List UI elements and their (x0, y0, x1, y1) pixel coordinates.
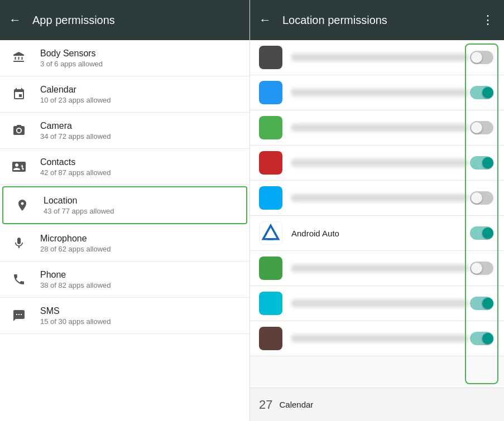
permission-text-0: Body Sensors 3 of 6 apps allowed (40, 49, 103, 68)
permission-text-6: Phone 38 of 82 apps allowed (40, 270, 111, 289)
permission-item-phone[interactable]: Phone 38 of 82 apps allowed (0, 262, 249, 298)
app-icon-0 (259, 46, 282, 69)
permission-count-0: 3 of 6 apps allowed (40, 60, 103, 68)
permission-text-3: Contacts 42 of 87 apps allowed (40, 157, 111, 177)
permission-text-7: SMS 15 of 30 apps allowed (40, 306, 111, 326)
app-item-2[interactable] (250, 110, 504, 146)
permission-name-1: Calendar (40, 85, 111, 95)
permission-item-microphone[interactable]: Microphone 28 of 62 apps allowed (0, 225, 249, 262)
app-icon-8 (259, 327, 282, 350)
more-options-button[interactable]: ⋮ (482, 13, 495, 27)
permission-item-body-sensors[interactable]: Body Sensors 3 of 6 apps allowed (0, 40, 249, 76)
right-header-title: Location permissions (282, 14, 482, 27)
permission-count-7: 15 of 30 apps allowed (40, 317, 111, 326)
phone-icon (9, 269, 29, 289)
app-item-7[interactable] (250, 286, 504, 321)
permission-count-1: 10 of 23 apps allowed (40, 96, 111, 104)
svg-marker-0 (263, 226, 279, 239)
toggle-thumb-5 (482, 228, 493, 239)
permission-text-1: Calendar 10 of 23 apps allowed (40, 85, 111, 104)
app-item-8[interactable] (250, 321, 504, 356)
permission-text-4: Location 43 of 77 apps allowed (44, 196, 114, 215)
app-item-6[interactable] (250, 251, 504, 286)
permission-name-4: Location (44, 196, 114, 206)
permission-name-3: Contacts (40, 157, 111, 167)
toggle-thumb-8 (482, 333, 493, 344)
app-icon-5 (259, 221, 282, 245)
app-item-3[interactable] (250, 146, 504, 181)
camera-icon (9, 120, 29, 141)
toggle-1[interactable] (468, 85, 495, 100)
app-name-6 (291, 264, 468, 272)
app-item-5[interactable]: Android Auto (250, 216, 504, 251)
toggle-thumb-3 (482, 157, 493, 168)
calendar-date: 27 (259, 398, 272, 412)
permission-count-4: 43 of 77 apps allowed (44, 207, 114, 215)
toggle-5[interactable] (468, 225, 495, 241)
left-header-title: App permissions (32, 14, 115, 27)
body-sensors-icon (9, 48, 29, 68)
calendar-icon (9, 84, 29, 104)
toggle-8[interactable] (468, 331, 495, 346)
toggle-0[interactable] (468, 50, 495, 65)
toggle-thumb-6 (471, 263, 482, 274)
app-icon-6 (259, 257, 282, 280)
app-item-1[interactable] (250, 75, 504, 110)
permission-count-5: 28 of 62 apps allowed (40, 245, 111, 253)
permission-name-2: Camera (40, 121, 111, 131)
app-name-4 (291, 194, 468, 202)
toggle-thumb-0 (471, 52, 482, 63)
permission-item-calendar[interactable]: Calendar 10 of 23 apps allowed (0, 76, 249, 113)
toggle-thumb-1 (482, 87, 493, 98)
toggle-2[interactable] (468, 120, 495, 136)
right-back-button[interactable]: ← (259, 13, 271, 27)
toggle-thumb-2 (471, 122, 482, 133)
permission-count-2: 34 of 72 apps allowed (40, 132, 111, 141)
sms-icon (9, 306, 29, 326)
toggle-4[interactable] (468, 190, 495, 206)
left-back-button[interactable]: ← (9, 13, 21, 27)
app-item-4[interactable] (250, 181, 504, 216)
right-panel: ← Location permissions ⋮ (250, 0, 504, 421)
permission-list: Body Sensors 3 of 6 apps allowed Calenda… (0, 40, 249, 421)
app-icon-4 (259, 186, 282, 210)
app-icon-3 (259, 151, 282, 175)
contacts-icon (9, 157, 29, 177)
permission-name-0: Body Sensors (40, 49, 103, 59)
permission-name-5: Microphone (40, 234, 111, 244)
left-panel: ← App permissions Body Sensors 3 of 6 ap… (0, 0, 250, 421)
bottom-bar: 27 Calendar (250, 388, 504, 421)
app-name-8 (291, 335, 468, 342)
permission-name-7: SMS (40, 306, 111, 316)
app-item-0[interactable] (250, 40, 504, 75)
permission-count-6: 38 of 82 apps allowed (40, 281, 111, 289)
app-name-7 (291, 299, 468, 307)
right-header: ← Location permissions ⋮ (250, 0, 504, 40)
toggle-3[interactable] (468, 155, 495, 171)
permission-text-5: Microphone 28 of 62 apps allowed (40, 234, 111, 253)
microphone-icon (9, 233, 29, 253)
permission-item-camera[interactable]: Camera 34 of 72 apps allowed (0, 113, 249, 149)
app-list: Android Auto (250, 40, 504, 388)
app-icon-1 (259, 81, 282, 104)
app-name-2 (291, 124, 468, 132)
permission-item-location[interactable]: Location 43 of 77 apps allowed (2, 186, 247, 224)
app-icon-2 (259, 116, 282, 139)
app-name-5: Android Auto (291, 229, 468, 238)
left-header: ← App permissions (0, 0, 249, 40)
permission-name-6: Phone (40, 270, 111, 280)
app-name-1 (291, 89, 468, 96)
permission-item-sms[interactable]: SMS 15 of 30 apps allowed (0, 298, 249, 334)
permission-text-2: Camera 34 of 72 apps allowed (40, 121, 111, 141)
toggle-6[interactable] (468, 260, 495, 276)
app-name-3 (291, 159, 468, 167)
toggle-7[interactable] (468, 296, 495, 311)
app-name-0 (291, 54, 468, 61)
app-icon-7 (259, 292, 282, 315)
toggle-thumb-7 (482, 298, 493, 309)
permission-count-3: 42 of 87 apps allowed (40, 168, 111, 177)
location-icon (12, 195, 32, 215)
bottom-app-name: Calendar (279, 400, 313, 409)
permission-item-contacts[interactable]: Contacts 42 of 87 apps allowed (0, 149, 249, 185)
toggle-thumb-4 (471, 192, 482, 204)
